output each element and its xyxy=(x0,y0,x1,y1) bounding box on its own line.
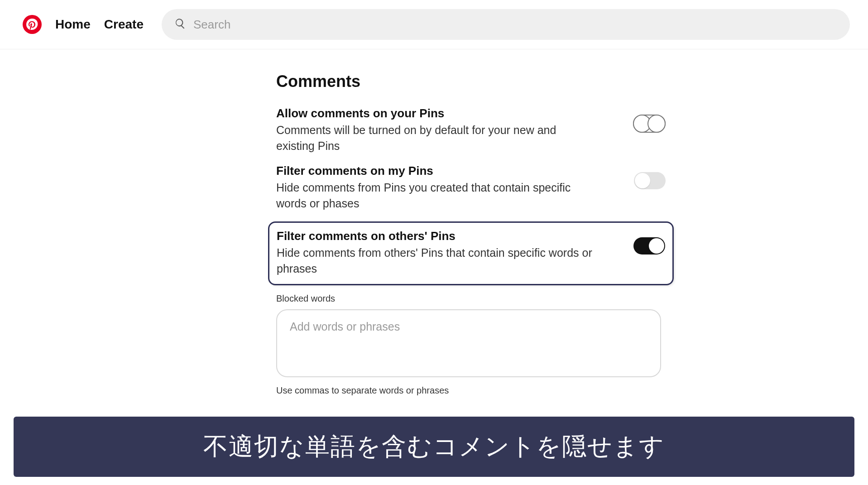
main-content: Comments Allow comments on your Pins Com… xyxy=(0,49,868,396)
setting-filter-my-pins: Filter comments on my Pins Hide comments… xyxy=(276,161,666,219)
setting-filter-my-text: Filter comments on my Pins Hide comments… xyxy=(276,164,620,211)
toggle-knob xyxy=(635,173,650,188)
blocked-words-helper: Use commas to separate words or phrases xyxy=(276,385,666,396)
toggle-filter-my-pins[interactable] xyxy=(634,172,666,189)
search-input[interactable] xyxy=(193,18,837,32)
search-icon xyxy=(174,18,186,31)
toggle-filter-others-pins[interactable] xyxy=(633,237,665,255)
setting-filter-my-desc: Hide comments from Pins you created that… xyxy=(276,180,593,211)
setting-allow-comments: Allow comments on your Pins Comments wil… xyxy=(276,104,666,161)
settings-panel: Comments Allow comments on your Pins Com… xyxy=(276,72,666,396)
setting-allow-comments-desc: Comments will be turned on by default fo… xyxy=(276,122,593,154)
toggle-allow-comments[interactable] xyxy=(633,115,666,133)
setting-filter-others-label: Filter comments on others' Pins xyxy=(277,229,620,243)
toggle-knob xyxy=(647,115,666,133)
setting-filter-others-desc: Hide comments from others' Pins that con… xyxy=(277,245,594,277)
search-bar[interactable] xyxy=(162,9,850,40)
pinterest-logo[interactable] xyxy=(23,15,42,34)
toggle-knob xyxy=(649,238,664,254)
setting-allow-comments-label: Allow comments on your Pins xyxy=(276,106,619,120)
setting-allow-comments-text: Allow comments on your Pins Comments wil… xyxy=(276,106,619,154)
setting-filter-my-label: Filter comments on my Pins xyxy=(276,164,620,178)
blocked-words-label: Blocked words xyxy=(276,293,666,304)
section-title-comments: Comments xyxy=(276,72,666,91)
pinterest-icon xyxy=(26,19,38,30)
setting-filter-others-pins: Filter comments on others' Pins Hide com… xyxy=(268,221,674,285)
nav-create[interactable]: Create xyxy=(104,17,144,32)
setting-filter-others-text: Filter comments on others' Pins Hide com… xyxy=(277,229,620,277)
caption-banner: 不適切な単語を含むコメントを隠せます xyxy=(14,417,854,477)
nav-home[interactable]: Home xyxy=(55,17,91,32)
app-header: Home Create xyxy=(0,0,868,49)
blocked-words-input[interactable] xyxy=(276,309,661,377)
